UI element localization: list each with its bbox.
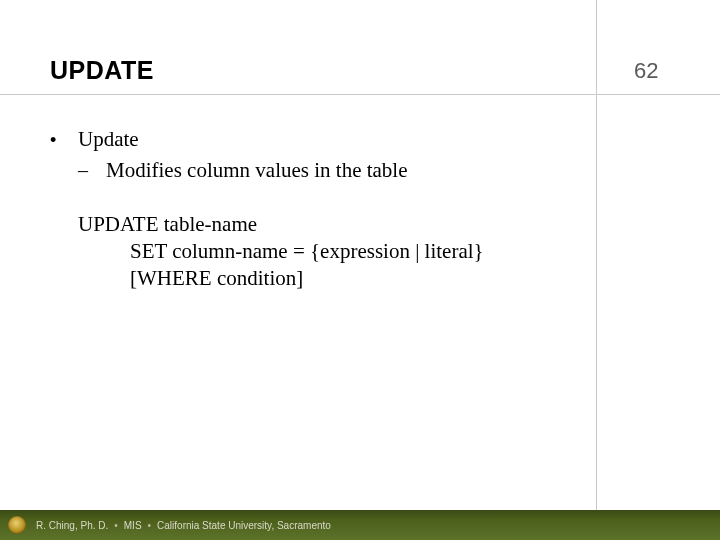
separator-icon: • (148, 520, 152, 531)
page-number: 62 (634, 58, 658, 84)
vertical-divider (596, 0, 597, 510)
sub-bullet-item: – Modifies column values in the table (78, 157, 590, 184)
footer-bar: R. Ching, Ph. D. • MIS • California Stat… (0, 510, 720, 540)
sub-bullet-text: Modifies column values in the table (106, 157, 408, 184)
dash-icon: – (78, 157, 106, 183)
seal-icon (8, 516, 26, 534)
bullet-dot-icon: • (50, 129, 78, 152)
content-area: • Update – Modifies column values in the… (50, 126, 590, 292)
footer-dept: MIS (124, 520, 142, 531)
code-block: UPDATE table-name SET column-name = {exp… (78, 211, 590, 293)
separator-icon: • (114, 520, 118, 531)
code-line: [WHERE condition] (130, 265, 590, 292)
code-line: SET column-name = {expression | literal} (130, 238, 590, 265)
footer-author: R. Ching, Ph. D. (36, 520, 108, 531)
horizontal-divider (0, 94, 720, 95)
footer-text: R. Ching, Ph. D. • MIS • California Stat… (36, 520, 331, 531)
slide-title: UPDATE (50, 56, 154, 85)
code-line: UPDATE table-name (78, 211, 590, 238)
slide: UPDATE 62 • Update – Modifies column val… (0, 0, 720, 540)
footer-institution: California State University, Sacramento (157, 520, 331, 531)
bullet-text: Update (78, 126, 139, 153)
bullet-item: • Update (50, 126, 590, 153)
